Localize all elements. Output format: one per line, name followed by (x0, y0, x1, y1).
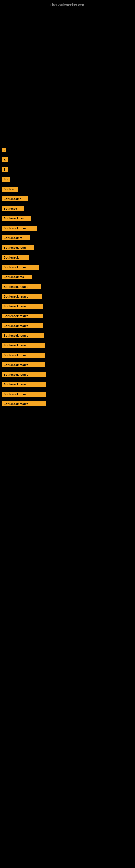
bar-row: Bottleneck resu (2, 245, 135, 251)
result-bar: Bottleneck result (2, 333, 44, 338)
result-bar: Bottlenec (2, 206, 24, 211)
result-bar: Bottleneck result (2, 226, 37, 230)
bar-row: Bottleneck res (2, 275, 135, 280)
result-bar: Bottleneck res (2, 216, 31, 221)
result-bar: Bottleneck result (2, 372, 46, 377)
result-bar: Bottleneck result (2, 284, 41, 289)
result-bar: Bottleneck result (2, 343, 45, 348)
result-bar: Bottleneck result (2, 294, 42, 299)
bar-row: Bottleneck result (2, 382, 135, 388)
bar-row: Bottleneck result (2, 362, 135, 368)
bar-row: Bottleneck result (2, 392, 135, 398)
bar-row: Bottleneck result (2, 304, 135, 310)
bar-row: Bottleneck re (2, 236, 135, 241)
result-bar: Bottleneck r (2, 255, 29, 260)
result-bar: Bottleneck result (2, 352, 45, 358)
bar-row: Bottleneck result (2, 352, 135, 359)
result-bar: Bo (2, 177, 10, 182)
bar-row: Bottlenec (2, 206, 135, 212)
chart-area (0, 9, 135, 145)
page-wrapper: TheBottlenecker.com E B B Bo Bottlen Bot… (0, 0, 135, 868)
bar-row: Bottleneck result (2, 265, 135, 271)
bar-row: B (2, 157, 135, 163)
bar-row: Bottleneck r (2, 196, 135, 203)
bar-row: Bottleneck result (2, 401, 135, 407)
bar-row: E (2, 148, 135, 154)
result-bar: Bottleneck result (2, 314, 43, 318)
bar-section-tiny: E (0, 148, 135, 154)
bar-row: Bottleneck r (2, 255, 135, 261)
bar-section-small: B B Bo Bottlen Bottleneck r Bottlenec Bo… (0, 157, 135, 407)
bar-row: Bottleneck result (2, 226, 135, 231)
bar-row: Bottleneck result (2, 314, 135, 319)
bar-row: B (2, 167, 135, 173)
result-bar: Bottleneck re (2, 236, 30, 240)
result-bar: B (2, 157, 8, 162)
bar-row: Bottlen (2, 187, 135, 193)
result-bar: Bottleneck result (2, 401, 46, 406)
result-bar: Bottleneck resu (2, 245, 34, 250)
result-bar: Bottleneck result (2, 265, 39, 270)
result-bar: Bottleneck r (2, 196, 28, 201)
result-bar: Bottleneck res (2, 275, 32, 279)
result-bar: Bottleneck result (2, 362, 45, 367)
result-bar: Bottleneck result (2, 304, 43, 309)
bar-row: Bottleneck res (2, 216, 135, 222)
bar-row: Bottleneck result (2, 323, 135, 329)
result-bar: Bottleneck result (2, 323, 43, 328)
site-title: TheBottlenecker.com (0, 0, 135, 9)
bar-row: Bottleneck result (2, 333, 135, 339)
bar-row: Bottleneck result (2, 294, 135, 300)
bar-row: Bottleneck result (2, 284, 135, 290)
bar-row: Bo (2, 177, 135, 183)
result-bar: Bottleneck result (2, 392, 46, 397)
bar-row: Bottleneck result (2, 343, 135, 349)
result-bar: B (2, 167, 8, 172)
result-bar: Bottleneck result (2, 382, 46, 387)
result-bar: E (2, 148, 6, 152)
bar-row: Bottleneck result (2, 372, 135, 378)
result-bar: Bottlen (2, 187, 18, 191)
